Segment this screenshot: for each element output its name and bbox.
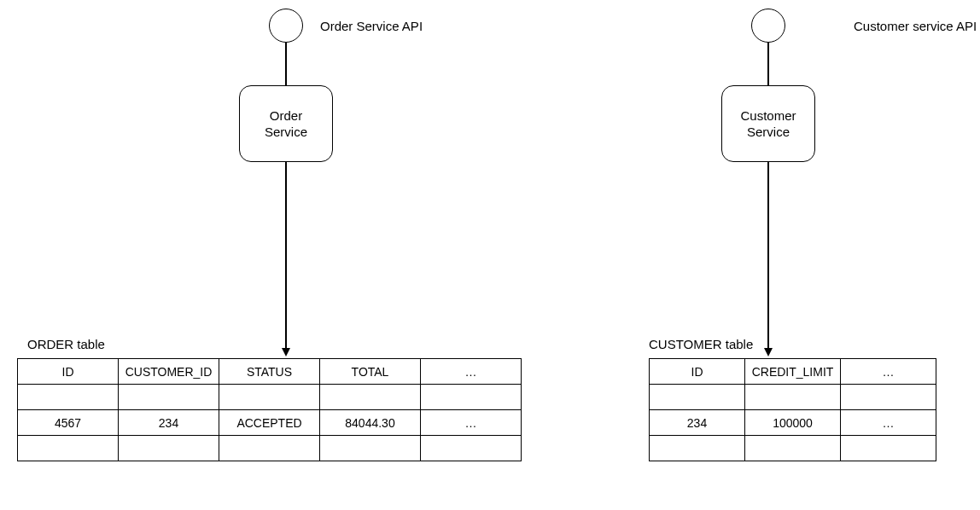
table-header: … — [421, 359, 522, 385]
table-cell: 100000 — [745, 410, 841, 436]
arrow-icon — [282, 348, 290, 356]
table-row: ID CREDIT_LIMIT … — [650, 359, 936, 385]
order-api-label: Order Service API — [320, 19, 423, 33]
table-cell: … — [841, 410, 936, 436]
table-cell — [18, 385, 119, 410]
connector-line — [767, 162, 769, 350]
table-cell — [320, 385, 421, 410]
order-table: ID CUSTOMER_ID STATUS TOTAL … 4567 234 A… — [17, 358, 522, 461]
table-header: CREDIT_LIMIT — [745, 359, 841, 385]
table-cell — [421, 385, 522, 410]
table-header: TOTAL — [320, 359, 421, 385]
table-cell: 84044.30 — [320, 410, 421, 436]
table-cell — [421, 436, 522, 461]
customer-table: ID CREDIT_LIMIT … 234 100000 … — [649, 358, 936, 461]
table-cell — [320, 436, 421, 461]
connector-line — [285, 43, 287, 85]
order-api-circle — [269, 9, 303, 43]
table-cell — [119, 385, 219, 410]
order-service-label: Order Service — [265, 107, 307, 141]
table-row: ID CUSTOMER_ID STATUS TOTAL … — [18, 359, 522, 385]
table-header: CUSTOMER_ID — [119, 359, 219, 385]
table-header: … — [841, 359, 936, 385]
customer-api-label: Customer service API — [854, 19, 977, 33]
table-header: STATUS — [219, 359, 320, 385]
table-cell: 234 — [119, 410, 219, 436]
table-cell — [18, 436, 119, 461]
table-row: 234 100000 … — [650, 410, 936, 436]
table-cell — [650, 385, 745, 410]
table-cell — [841, 385, 936, 410]
table-row — [18, 385, 522, 410]
table-cell — [745, 436, 841, 461]
order-service-box: Order Service — [239, 85, 333, 162]
customer-service-box: Customer Service — [721, 85, 815, 162]
table-cell — [219, 385, 320, 410]
table-cell — [745, 385, 841, 410]
table-cell: … — [421, 410, 522, 436]
table-row — [18, 436, 522, 461]
table-header: ID — [650, 359, 745, 385]
table-row: 4567 234 ACCEPTED 84044.30 … — [18, 410, 522, 436]
table-cell — [650, 436, 745, 461]
table-cell — [841, 436, 936, 461]
table-cell — [119, 436, 219, 461]
customer-api-circle — [751, 9, 785, 43]
table-row — [650, 385, 936, 410]
table-row — [650, 436, 936, 461]
connector-line — [285, 162, 287, 350]
customer-table-label: CUSTOMER table — [649, 337, 753, 351]
table-header: ID — [18, 359, 119, 385]
table-cell: 234 — [650, 410, 745, 436]
table-cell — [219, 436, 320, 461]
arrow-icon — [764, 348, 773, 356]
table-cell: ACCEPTED — [219, 410, 320, 436]
order-table-label: ORDER table — [27, 337, 105, 351]
connector-line — [767, 43, 769, 85]
table-cell: 4567 — [18, 410, 119, 436]
customer-service-label: Customer Service — [740, 107, 796, 141]
